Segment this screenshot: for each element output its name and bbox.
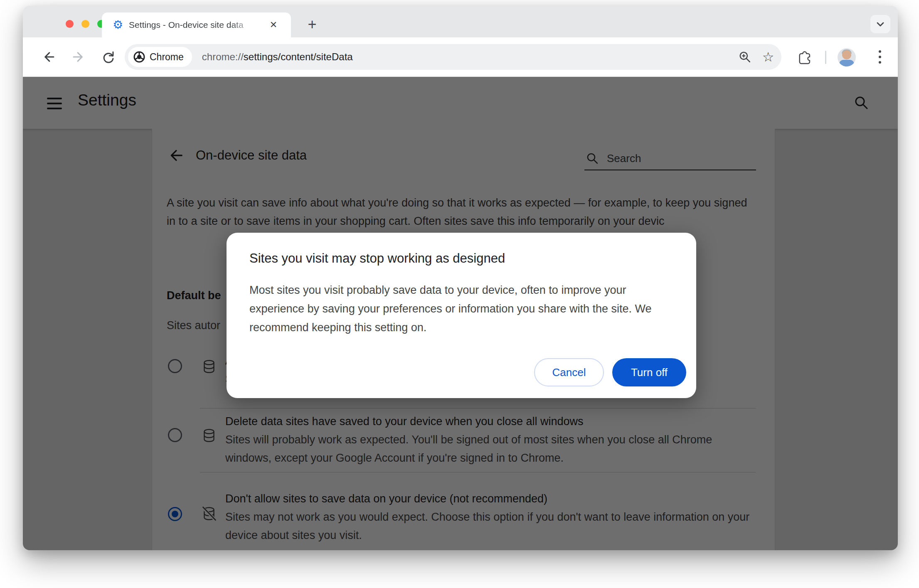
url-text: chrome://settings/content/siteData <box>202 51 353 63</box>
new-tab-button[interactable]: + <box>302 15 322 35</box>
bookmark-star-button[interactable]: ☆ <box>758 47 778 67</box>
forward-arrow-icon <box>69 48 88 66</box>
extensions-button[interactable] <box>794 47 814 67</box>
macos-close-button[interactable] <box>66 20 74 28</box>
profile-avatar[interactable] <box>838 48 856 66</box>
zoom-in-magnifier-icon <box>737 49 752 64</box>
tab-search-chevron-button[interactable] <box>870 15 890 33</box>
reload-icon <box>100 48 117 66</box>
url-path: settings/content/siteData <box>244 51 353 62</box>
puzzle-piece-icon <box>796 49 812 65</box>
reload-button[interactable] <box>99 47 118 67</box>
macos-minimize-button[interactable] <box>81 20 89 28</box>
dialog-actions: Cancel Turn off <box>534 358 686 386</box>
kebab-dot <box>879 50 881 53</box>
tab-close-icon[interactable]: ✕ <box>268 19 279 31</box>
tab-title: Settings - On-device site data <box>129 20 254 30</box>
settings-gear-favicon-icon: ⚙ <box>113 19 123 31</box>
chrome-logo-icon <box>133 51 145 63</box>
forward-button[interactable] <box>69 47 89 67</box>
chevron-down-icon <box>875 19 886 30</box>
turn-off-button[interactable]: Turn off <box>612 358 686 386</box>
chrome-site-chip[interactable]: Chrome <box>128 47 192 67</box>
star-icon: ☆ <box>762 50 774 64</box>
url-scheme: chrome:// <box>202 51 244 62</box>
avatar-face <box>842 50 851 59</box>
tab-settings[interactable]: ⚙ Settings - On-device site data ✕ <box>102 12 291 37</box>
browser-toolbar: Chrome chrome://settings/content/siteDat… <box>23 37 898 77</box>
zoom-page-button[interactable] <box>735 47 755 67</box>
kebab-dot <box>879 56 881 58</box>
back-arrow-icon <box>39 48 58 66</box>
avatar-shirt <box>839 60 854 66</box>
cancel-button[interactable]: Cancel <box>534 358 604 386</box>
browser-window: ⚙ Settings - On-device site data ✕ + <box>23 6 898 550</box>
toolbar-separator <box>825 51 826 64</box>
back-button[interactable] <box>39 47 59 67</box>
settings-page: Settings On-device site data S <box>23 77 898 550</box>
dialog-title: Sites you visit may stop working as desi… <box>249 251 505 266</box>
kebab-dot <box>879 61 881 64</box>
address-bar[interactable]: Chrome chrome://settings/content/siteDat… <box>125 44 781 70</box>
tab-strip: ⚙ Settings - On-device site data ✕ + <box>23 6 898 37</box>
chip-label: Chrome <box>150 52 184 63</box>
confirmation-dialog: Sites you visit may stop working as desi… <box>227 233 696 398</box>
browser-menu-button[interactable] <box>870 47 890 67</box>
dialog-body-text: Most sites you visit probably save data … <box>249 281 682 337</box>
